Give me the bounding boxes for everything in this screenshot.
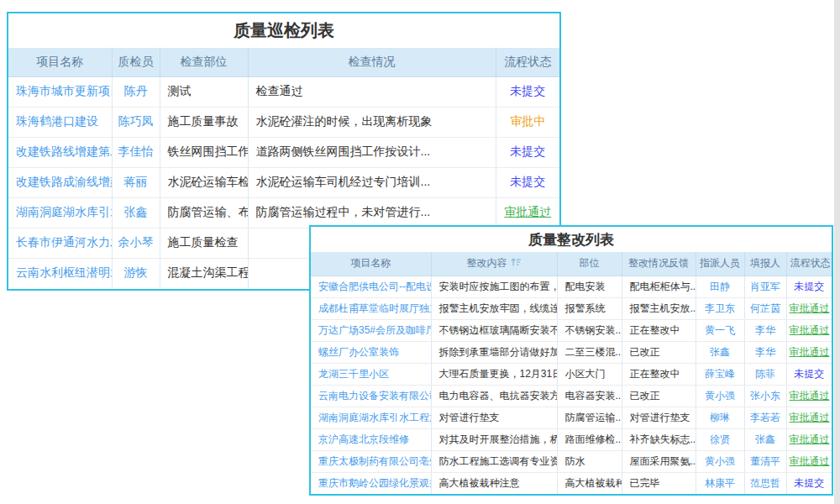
flow-status-value[interactable]: 审批中 [496,107,559,137]
assignee-name-link[interactable]: 李卫东 [696,297,744,319]
reporter-name-link[interactable]: 陈菲 [744,363,786,385]
flow-status-value[interactable]: 审批通过 [786,319,832,341]
assignee-name-link[interactable]: 薛宝峰 [696,363,744,385]
inspection-header-row: 项目名称 质检员 检查部位 检查情况 流程状态 [8,48,559,76]
flow-status-value[interactable]: 审批通过 [496,197,559,228]
flow-status-value[interactable]: 未提交 [496,137,559,167]
reporter-name-link[interactable]: 肖亚军 [744,276,786,297]
col-header-rectify-content[interactable]: 整改内容 [431,252,557,276]
reporter-name-link[interactable]: 李华 [744,341,786,363]
inspection-table-row: 湖南洞庭湖水库引水工... 张鑫 防腐管运输、布管 防腐管运输过程中，未对管进行… [8,197,559,228]
flow-status-value[interactable]: 未提交 [786,276,832,297]
part-cell: 报警系统 [557,297,622,319]
check-part-cell: 施工质量检查 [160,228,248,258]
rectification-table-card: 质量整改列表 项目名称 整改内容 部位 整改情况反馈 指派人员 填报人 流程状态… [309,225,833,496]
inspection-table-title: 质量巡检列表 [8,13,559,48]
project-name-link[interactable]: 珠海市城市更新项目紫... [8,76,112,107]
part-cell: 路面维修检... [557,428,622,450]
feedback-cell: 屋面采用聚氨... [622,450,696,472]
assignee-name-link[interactable]: 柳琳 [696,407,744,428]
assignee-name-link[interactable]: 张鑫 [696,341,744,363]
check-situation-cell: 水泥砼运输车司机经过专门培训... [248,167,496,197]
feedback-cell: 补齐缺失标志... [622,428,696,450]
feedback-cell: 对管进行垫支 [622,407,696,428]
flow-status-value[interactable]: 审批通过 [786,428,832,450]
flow-status-value[interactable]: 审批通过 [786,297,832,319]
reporter-name-link[interactable]: 李华 [744,319,786,341]
project-name-link[interactable]: 京沪高速北京段维修 [311,428,431,450]
check-part-cell: 测试 [160,76,248,107]
rectification-table-row: 京沪高速北京段维修 对其及时开展整治措施，桥头... 路面维修检... 补齐缺失… [311,428,832,450]
rectification-table-row: 万达广场35#会所及咖啡厅空... 不锈钢边框玻璃隔断安装不牢... 不锈钢安装… [311,319,832,341]
flow-status-value[interactable]: 未提交 [786,363,832,385]
flow-status-value[interactable]: 审批通过 [786,450,832,472]
flow-status-value[interactable]: 未提交 [496,76,559,107]
feedback-cell: 报警主机安放... [622,297,696,319]
sort-icon[interactable] [511,257,522,267]
inspector-name-link[interactable]: 蒋丽 [112,167,160,197]
rectification-table-row: 云南电力设备安装有限公司20... 电力电容器、电抗器安装方案... 电容器安装… [311,385,832,407]
feedback-cell: 已改正 [622,341,696,363]
reporter-name-link[interactable]: 董清平 [744,450,786,472]
project-name-link[interactable]: 安徽合肥供电公司--配电设备... [311,276,431,297]
assignee-name-link[interactable]: 田静 [696,276,744,297]
flow-status-value[interactable]: 审批通过 [786,407,832,428]
rectify-content-cell: 大理石质量更换，12月31日之... [431,363,557,385]
inspector-name-link[interactable]: 陈丹 [112,76,160,107]
check-part-cell: 水泥砼运输车检查 [160,167,248,197]
project-name-link[interactable]: 成都杜甫草堂临时展厅独立展... [311,297,431,319]
project-name-link[interactable]: 改建铁路线增建第二线... [8,137,112,167]
assignee-name-link[interactable]: 黄小强 [696,385,744,407]
reporter-name-link[interactable]: 张小东 [744,385,786,407]
project-name-link[interactable]: 螺丝厂办公室装饰 [311,341,431,363]
flow-status-value[interactable]: 未提交 [786,472,832,494]
inspector-name-link[interactable]: 李佳怡 [112,137,160,167]
inspector-name-link[interactable]: 陈巧凤 [112,107,160,137]
col-header-check-part: 检查部位 [160,48,248,76]
rectification-table-row: 龙湖三千里小区 大理石质量更换，12月31日之... 小区大门 正在整改中 薛宝… [311,363,832,385]
project-name-link[interactable]: 龙湖三千里小区 [311,363,431,385]
reporter-name-link[interactable]: 李若若 [744,407,786,428]
col-header-check-situation: 检查情况 [248,48,496,76]
inspector-name-link[interactable]: 张鑫 [112,197,160,228]
col-header-part: 部位 [557,252,622,276]
rectify-content-cell: 拆除到承重墙部分请做好加固... [431,341,557,363]
flow-status-value[interactable]: 审批通过 [786,341,832,363]
project-name-link[interactable]: 重庆市鹅岭公园绿化景观提升... [311,472,431,494]
reporter-name-link[interactable]: 范思哲 [744,472,786,494]
project-name-link[interactable]: 湖南洞庭湖水库引水工... [8,197,112,228]
assignee-name-link[interactable]: 黄小强 [696,450,744,472]
flow-status-value[interactable]: 审批通过 [786,385,832,407]
part-cell: 配电安装 [557,276,622,297]
part-cell: 防腐管运输... [557,407,622,428]
rectification-table-row: 螺丝厂办公室装饰 拆除到承重墙部分请做好加固... 二至三楼混... 已改正 张… [311,341,832,363]
reporter-name-link[interactable]: 何芷茵 [744,297,786,319]
project-name-link[interactable]: 云南水利枢纽潜明水库... [8,258,112,288]
project-name-link[interactable]: 长春市伊通河水力发电... [8,228,112,258]
flow-status-value[interactable]: 未提交 [496,167,559,197]
assignee-name-link[interactable]: 徐贤 [696,428,744,450]
project-name-link[interactable]: 改建铁路成渝线增建第... [8,167,112,197]
project-name-link[interactable]: 重庆太极制药有限公司亳州中... [311,450,431,472]
rectify-content-cell: 电力电容器、电抗器安装方案... [431,385,557,407]
project-name-link[interactable]: 云南电力设备安装有限公司20... [311,385,431,407]
col-header-inspector: 质检员 [112,48,160,76]
part-cell: 不锈钢安装... [557,319,622,341]
project-name-link[interactable]: 珠海鹤港口建设 [8,107,112,137]
check-part-cell: 混凝土沟渠工程 [160,258,248,288]
inspector-name-link[interactable]: 余小琴 [112,228,160,258]
rectification-table-row: 安徽合肥供电公司--配电设备... 安装时应按施工图的布置，将... 配电安装 … [311,276,832,297]
check-situation-cell: 防腐管运输过程中，未对管进行... [248,197,496,228]
project-name-link[interactable]: 湖南洞庭湖水库引水工程施工I标 [311,407,431,428]
rectify-content-cell: 报警主机安放牢固，线缆连接... [431,297,557,319]
reporter-name-link[interactable]: 张鑫 [744,428,786,450]
check-part-cell: 施工质量事故 [160,107,248,137]
assignee-name-link[interactable]: 林康平 [696,472,744,494]
col-header-flow-status: 流程状态 [786,252,832,276]
rectification-table-row: 湖南洞庭湖水库引水工程施工I标 对管进行垫支 防腐管运输... 对管进行垫支 柳… [311,407,832,428]
project-name-link[interactable]: 万达广场35#会所及咖啡厅空... [311,319,431,341]
rectify-content-cell: 不锈钢边框玻璃隔断安装不牢... [431,319,557,341]
col-header-flow-status: 流程状态 [496,48,559,76]
assignee-name-link[interactable]: 黄一飞 [696,319,744,341]
inspector-name-link[interactable]: 游恢 [112,258,160,288]
